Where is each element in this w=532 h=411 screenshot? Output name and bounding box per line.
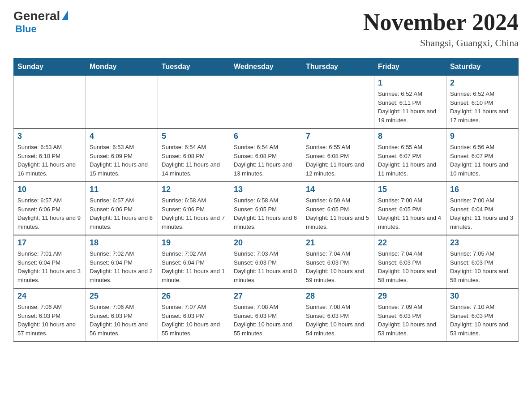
day-info: Sunrise: 6:52 AM Sunset: 6:10 PM Dayligh… xyxy=(450,90,515,124)
calendar-week-row: 10Sunrise: 6:57 AM Sunset: 6:06 PM Dayli… xyxy=(14,182,519,235)
calendar-cell: 27Sunrise: 7:08 AM Sunset: 6:03 PM Dayli… xyxy=(230,288,302,342)
calendar-cell: 16Sunrise: 7:00 AM Sunset: 6:04 PM Dayli… xyxy=(446,182,519,235)
day-info: Sunrise: 6:53 AM Sunset: 6:09 PM Dayligh… xyxy=(90,143,154,178)
calendar-cell: 25Sunrise: 7:06 AM Sunset: 6:03 PM Dayli… xyxy=(86,288,158,342)
day-number: 24 xyxy=(17,291,82,301)
calendar-header-row: SundayMondayTuesdayWednesdayThursdayFrid… xyxy=(14,58,519,76)
logo-blue-text: Blue xyxy=(15,23,37,35)
calendar-cell: 8Sunrise: 6:55 AM Sunset: 6:07 PM Daylig… xyxy=(374,128,446,182)
day-number: 17 xyxy=(17,238,82,248)
day-info: Sunrise: 6:54 AM Sunset: 6:08 PM Dayligh… xyxy=(234,143,298,178)
calendar-week-row: 3Sunrise: 6:53 AM Sunset: 6:10 PM Daylig… xyxy=(14,128,519,182)
day-number: 7 xyxy=(306,132,370,141)
day-number: 5 xyxy=(162,132,226,141)
calendar-header-wednesday: Wednesday xyxy=(230,58,302,76)
title-area: November 2024 Shangsi, Guangxi, China xyxy=(363,9,519,49)
calendar-cell: 7Sunrise: 6:55 AM Sunset: 6:08 PM Daylig… xyxy=(302,128,374,182)
day-info: Sunrise: 7:06 AM Sunset: 6:03 PM Dayligh… xyxy=(17,303,82,338)
day-number: 30 xyxy=(450,291,515,301)
calendar-header-thursday: Thursday xyxy=(302,58,374,76)
day-info: Sunrise: 7:02 AM Sunset: 6:04 PM Dayligh… xyxy=(90,249,154,284)
day-number: 11 xyxy=(90,185,154,194)
day-info: Sunrise: 7:00 AM Sunset: 6:04 PM Dayligh… xyxy=(450,196,515,231)
calendar-cell: 30Sunrise: 7:10 AM Sunset: 6:03 PM Dayli… xyxy=(446,288,519,342)
day-number: 27 xyxy=(234,291,298,301)
day-number: 1 xyxy=(378,78,442,88)
day-info: Sunrise: 6:58 AM Sunset: 6:05 PM Dayligh… xyxy=(234,196,298,231)
day-number: 23 xyxy=(450,238,515,248)
day-info: Sunrise: 7:04 AM Sunset: 6:03 PM Dayligh… xyxy=(306,249,370,284)
calendar-header-sunday: Sunday xyxy=(14,58,86,76)
calendar-cell: 4Sunrise: 6:53 AM Sunset: 6:09 PM Daylig… xyxy=(86,128,158,182)
day-info: Sunrise: 7:10 AM Sunset: 6:03 PM Dayligh… xyxy=(450,303,515,338)
month-title: November 2024 xyxy=(363,9,519,35)
day-info: Sunrise: 7:00 AM Sunset: 6:05 PM Dayligh… xyxy=(378,196,442,231)
calendar-cell: 2Sunrise: 6:52 AM Sunset: 6:10 PM Daylig… xyxy=(446,76,519,129)
calendar-cell: 28Sunrise: 7:08 AM Sunset: 6:03 PM Dayli… xyxy=(302,288,374,342)
calendar-cell xyxy=(14,76,86,129)
day-info: Sunrise: 7:01 AM Sunset: 6:04 PM Dayligh… xyxy=(17,249,82,284)
day-info: Sunrise: 6:57 AM Sunset: 6:06 PM Dayligh… xyxy=(90,196,154,231)
day-number: 25 xyxy=(90,291,154,301)
calendar-cell: 18Sunrise: 7:02 AM Sunset: 6:04 PM Dayli… xyxy=(86,235,158,288)
day-number: 9 xyxy=(450,132,515,141)
calendar-cell: 20Sunrise: 7:03 AM Sunset: 6:03 PM Dayli… xyxy=(230,235,302,288)
day-info: Sunrise: 6:56 AM Sunset: 6:07 PM Dayligh… xyxy=(450,143,515,178)
day-info: Sunrise: 7:07 AM Sunset: 6:03 PM Dayligh… xyxy=(162,303,226,338)
day-info: Sunrise: 7:05 AM Sunset: 6:03 PM Dayligh… xyxy=(450,249,515,284)
location: Shangsi, Guangxi, China xyxy=(363,37,519,49)
calendar-cell: 23Sunrise: 7:05 AM Sunset: 6:03 PM Dayli… xyxy=(446,235,519,288)
calendar-cell: 9Sunrise: 6:56 AM Sunset: 6:07 PM Daylig… xyxy=(446,128,519,182)
day-number: 22 xyxy=(378,238,442,248)
day-number: 19 xyxy=(162,238,226,248)
calendar: SundayMondayTuesdayWednesdayThursdayFrid… xyxy=(13,58,519,342)
logo: General Blue xyxy=(13,9,68,35)
calendar-cell xyxy=(86,76,158,129)
day-number: 26 xyxy=(162,291,226,301)
calendar-cell xyxy=(230,76,302,129)
day-info: Sunrise: 7:08 AM Sunset: 6:03 PM Dayligh… xyxy=(306,303,370,338)
day-number: 3 xyxy=(17,132,82,141)
day-info: Sunrise: 7:08 AM Sunset: 6:03 PM Dayligh… xyxy=(234,303,298,338)
calendar-header-saturday: Saturday xyxy=(446,58,519,76)
header: General Blue November 2024 Shangsi, Guan… xyxy=(13,9,519,49)
day-number: 21 xyxy=(306,238,370,248)
calendar-header-monday: Monday xyxy=(86,58,158,76)
day-info: Sunrise: 6:55 AM Sunset: 6:08 PM Dayligh… xyxy=(306,143,370,178)
day-info: Sunrise: 7:06 AM Sunset: 6:03 PM Dayligh… xyxy=(90,303,154,338)
calendar-week-row: 24Sunrise: 7:06 AM Sunset: 6:03 PM Dayli… xyxy=(14,288,519,342)
day-number: 29 xyxy=(378,291,442,301)
calendar-cell: 1Sunrise: 6:52 AM Sunset: 6:11 PM Daylig… xyxy=(374,76,446,129)
day-number: 10 xyxy=(17,185,82,194)
calendar-cell: 24Sunrise: 7:06 AM Sunset: 6:03 PM Dayli… xyxy=(14,288,86,342)
day-info: Sunrise: 6:54 AM Sunset: 6:08 PM Dayligh… xyxy=(162,143,226,178)
logo-general-text: General xyxy=(13,9,60,23)
day-number: 20 xyxy=(234,238,298,248)
day-info: Sunrise: 6:57 AM Sunset: 6:06 PM Dayligh… xyxy=(17,196,82,231)
calendar-cell: 15Sunrise: 7:00 AM Sunset: 6:05 PM Dayli… xyxy=(374,182,446,235)
calendar-cell: 12Sunrise: 6:58 AM Sunset: 6:06 PM Dayli… xyxy=(158,182,230,235)
day-number: 6 xyxy=(234,132,298,141)
day-number: 13 xyxy=(234,185,298,194)
logo-triangle-icon xyxy=(62,10,68,20)
calendar-header-tuesday: Tuesday xyxy=(158,58,230,76)
calendar-cell: 29Sunrise: 7:09 AM Sunset: 6:03 PM Dayli… xyxy=(374,288,446,342)
day-number: 12 xyxy=(162,185,226,194)
day-info: Sunrise: 7:03 AM Sunset: 6:03 PM Dayligh… xyxy=(234,249,298,284)
calendar-cell: 11Sunrise: 6:57 AM Sunset: 6:06 PM Dayli… xyxy=(86,182,158,235)
calendar-cell xyxy=(302,76,374,129)
calendar-cell: 26Sunrise: 7:07 AM Sunset: 6:03 PM Dayli… xyxy=(158,288,230,342)
calendar-cell: 19Sunrise: 7:02 AM Sunset: 6:04 PM Dayli… xyxy=(158,235,230,288)
calendar-cell: 3Sunrise: 6:53 AM Sunset: 6:10 PM Daylig… xyxy=(14,128,86,182)
day-number: 2 xyxy=(450,78,515,88)
calendar-cell xyxy=(158,76,230,129)
day-info: Sunrise: 6:58 AM Sunset: 6:06 PM Dayligh… xyxy=(162,196,226,231)
calendar-cell: 22Sunrise: 7:04 AM Sunset: 6:03 PM Dayli… xyxy=(374,235,446,288)
day-number: 15 xyxy=(378,185,442,194)
day-number: 4 xyxy=(90,132,154,141)
calendar-cell: 5Sunrise: 6:54 AM Sunset: 6:08 PM Daylig… xyxy=(158,128,230,182)
day-number: 8 xyxy=(378,132,442,141)
calendar-cell: 6Sunrise: 6:54 AM Sunset: 6:08 PM Daylig… xyxy=(230,128,302,182)
calendar-cell: 17Sunrise: 7:01 AM Sunset: 6:04 PM Dayli… xyxy=(14,235,86,288)
day-info: Sunrise: 6:53 AM Sunset: 6:10 PM Dayligh… xyxy=(17,143,82,178)
